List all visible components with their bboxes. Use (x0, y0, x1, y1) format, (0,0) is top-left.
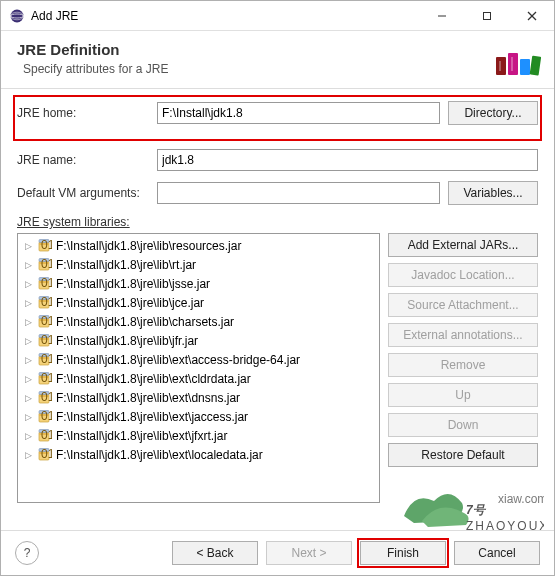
jre-home-label: JRE home: (17, 106, 157, 120)
jar-path: F:\Install\jdk1.8\jre\lib\resources.jar (56, 239, 241, 253)
dialog-footer: ? < Back Next > Finish Cancel (1, 530, 554, 575)
svg-text:010: 010 (41, 409, 52, 423)
svg-rect-8 (508, 53, 518, 75)
remove-button[interactable]: Remove (388, 353, 538, 377)
jar-icon: 010 (36, 276, 52, 292)
tree-item[interactable]: ▷010F:\Install\jdk1.8\jre\lib\ext\access… (18, 350, 379, 369)
expand-arrow-icon[interactable]: ▷ (22, 336, 34, 346)
svg-text:010: 010 (41, 238, 52, 252)
expand-arrow-icon[interactable]: ▷ (22, 317, 34, 327)
tree-item[interactable]: ▷010F:\Install\jdk1.8\jre\lib\jfr.jar (18, 331, 379, 350)
svg-rect-7 (496, 57, 506, 75)
expand-arrow-icon[interactable]: ▷ (22, 298, 34, 308)
svg-text:010: 010 (41, 371, 52, 385)
tree-item[interactable]: ▷010F:\Install\jdk1.8\jre\lib\jce.jar (18, 293, 379, 312)
jar-icon: 010 (36, 333, 52, 349)
svg-rect-10 (530, 56, 542, 76)
jar-icon: 010 (36, 257, 52, 273)
tree-item[interactable]: ▷010F:\Install\jdk1.8\jre\lib\ext\dnsns.… (18, 388, 379, 407)
dialog-header: JRE Definition Specify attributes for a … (1, 31, 554, 89)
maximize-button[interactable] (464, 1, 509, 31)
jar-path: F:\Install\jdk1.8\jre\lib\jsse.jar (56, 277, 210, 291)
jar-path: F:\Install\jdk1.8\jre\lib\rt.jar (56, 258, 196, 272)
svg-text:010: 010 (41, 314, 52, 328)
expand-arrow-icon[interactable]: ▷ (22, 260, 34, 270)
jar-icon: 010 (36, 314, 52, 330)
svg-text:010: 010 (41, 257, 52, 271)
svg-text:010: 010 (41, 276, 52, 290)
titlebar: Add JRE (1, 1, 554, 31)
add-external-jars-button[interactable]: Add External JARs... (388, 233, 538, 257)
jre-home-input[interactable] (157, 102, 440, 124)
jar-icon: 010 (36, 390, 52, 406)
page-subtitle: Specify attributes for a JRE (23, 62, 168, 76)
tree-item[interactable]: ▷010F:\Install\jdk1.8\jre\lib\ext\cldrda… (18, 369, 379, 388)
svg-text:010: 010 (41, 295, 52, 309)
jar-path: F:\Install\jdk1.8\jre\lib\jce.jar (56, 296, 204, 310)
svg-text:010: 010 (41, 352, 52, 366)
expand-arrow-icon[interactable]: ▷ (22, 393, 34, 403)
jar-icon: 010 (36, 295, 52, 311)
finish-button[interactable]: Finish (360, 541, 446, 565)
highlight-box: JRE home: Directory... (13, 95, 542, 141)
svg-rect-4 (483, 12, 490, 19)
up-button[interactable]: Up (388, 383, 538, 407)
tree-item[interactable]: ▷010F:\Install\jdk1.8\jre\lib\rt.jar (18, 255, 379, 274)
close-button[interactable] (509, 1, 554, 31)
cancel-button[interactable]: Cancel (454, 541, 540, 565)
jre-name-input[interactable] (157, 149, 538, 171)
svg-text:010: 010 (41, 333, 52, 347)
tree-item[interactable]: ▷010F:\Install\jdk1.8\jre\lib\ext\locale… (18, 445, 379, 464)
jar-path: F:\Install\jdk1.8\jre\lib\ext\localedata… (56, 448, 263, 462)
svg-point-0 (11, 9, 24, 22)
system-libs-label: JRE system libraries: (17, 215, 538, 229)
expand-arrow-icon[interactable]: ▷ (22, 374, 34, 384)
tree-item[interactable]: ▷010F:\Install\jdk1.8\jre\lib\resources.… (18, 236, 379, 255)
expand-arrow-icon[interactable]: ▷ (22, 355, 34, 365)
jar-path: F:\Install\jdk1.8\jre\lib\ext\jfxrt.jar (56, 429, 227, 443)
tree-item[interactable]: ▷010F:\Install\jdk1.8\jre\lib\ext\jfxrt.… (18, 426, 379, 445)
external-annotations-button[interactable]: External annotations... (388, 323, 538, 347)
vm-args-label: Default VM arguments: (17, 186, 157, 200)
expand-arrow-icon[interactable]: ▷ (22, 431, 34, 441)
expand-arrow-icon[interactable]: ▷ (22, 279, 34, 289)
window-title: Add JRE (31, 9, 419, 23)
variables-button[interactable]: Variables... (448, 181, 538, 205)
svg-rect-9 (520, 59, 530, 75)
system-libs-tree[interactable]: ▷010F:\Install\jdk1.8\jre\lib\resources.… (17, 233, 380, 503)
minimize-button[interactable] (419, 1, 464, 31)
help-button[interactable]: ? (15, 541, 39, 565)
javadoc-location-button[interactable]: Javadoc Location... (388, 263, 538, 287)
jar-path: F:\Install\jdk1.8\jre\lib\charsets.jar (56, 315, 234, 329)
jar-path: F:\Install\jdk1.8\jre\lib\jfr.jar (56, 334, 198, 348)
svg-text:010: 010 (41, 390, 52, 404)
tree-item[interactable]: ▷010F:\Install\jdk1.8\jre\lib\ext\jacces… (18, 407, 379, 426)
back-button[interactable]: < Back (172, 541, 258, 565)
tree-item[interactable]: ▷010F:\Install\jdk1.8\jre\lib\charsets.j… (18, 312, 379, 331)
source-attachment-button[interactable]: Source Attachment... (388, 293, 538, 317)
jar-icon: 010 (36, 409, 52, 425)
next-button[interactable]: Next > (266, 541, 352, 565)
jar-icon: 010 (36, 371, 52, 387)
jar-path: F:\Install\jdk1.8\jre\lib\ext\jaccess.ja… (56, 410, 248, 424)
vm-args-input[interactable] (157, 182, 440, 204)
page-title: JRE Definition (17, 41, 168, 58)
restore-default-button[interactable]: Restore Default (388, 443, 538, 467)
jar-path: F:\Install\jdk1.8\jre\lib\ext\access-bri… (56, 353, 300, 367)
svg-text:010: 010 (41, 428, 52, 442)
expand-arrow-icon[interactable]: ▷ (22, 241, 34, 251)
jar-path: F:\Install\jdk1.8\jre\lib\ext\cldrdata.j… (56, 372, 251, 386)
down-button[interactable]: Down (388, 413, 538, 437)
directory-button[interactable]: Directory... (448, 101, 538, 125)
jar-icon: 010 (36, 238, 52, 254)
expand-arrow-icon[interactable]: ▷ (22, 412, 34, 422)
jar-icon: 010 (36, 447, 52, 463)
library-icon (494, 37, 542, 79)
dialog-window: Add JRE JRE Definition Specify attribute… (0, 0, 555, 576)
eclipse-icon (9, 8, 25, 24)
jre-name-label: JRE name: (17, 153, 157, 167)
tree-item[interactable]: ▷010F:\Install\jdk1.8\jre\lib\jsse.jar (18, 274, 379, 293)
expand-arrow-icon[interactable]: ▷ (22, 450, 34, 460)
jar-path: F:\Install\jdk1.8\jre\lib\ext\dnsns.jar (56, 391, 240, 405)
jar-icon: 010 (36, 428, 52, 444)
